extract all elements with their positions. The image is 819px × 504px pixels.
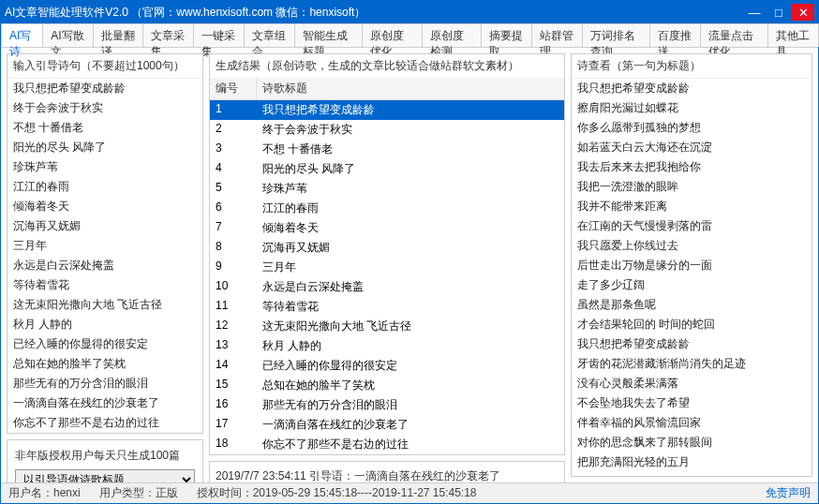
list-item[interactable]: 沉海再又妩媚 (7, 216, 202, 236)
list-item[interactable]: 珍珠芦苇 (7, 157, 202, 177)
table-row[interactable]: 12这无束阳光撒向大地 飞近古径 (210, 317, 564, 336)
list-item[interactable]: 你忘不了那些不是右边的过往 (7, 413, 202, 433)
tab-6[interactable]: 智能生成标题 (294, 23, 363, 47)
tab-13[interactable]: 流量点击优化 (700, 23, 768, 47)
results-panel-head: 生成结果（原创诗歌，生成的文章比较适合做站群软文素材） (210, 54, 564, 78)
list-item[interactable]: 伴着幸福的风景愉流回家 (572, 413, 812, 433)
table-row[interactable]: 18你忘不了那些不是右边的过往 (210, 435, 564, 454)
list-item[interactable]: 如若蓝天白云大海还在沉淀 (572, 138, 812, 157)
status-username: henxi (53, 486, 81, 499)
list-item[interactable]: 倾海着冬天 (7, 197, 202, 216)
tab-bar: AI写诗AI写散文批量翻译文章采集一键采集文章组合智能生成标题原创度优化原创度检… (1, 23, 818, 48)
tab-11[interactable]: 万词排名查询 (582, 23, 650, 47)
col-number: 编号 (210, 78, 257, 99)
list-item[interactable]: 对你的思念飘来了那转眼间 (572, 433, 812, 452)
list-item[interactable]: 总知在她的脸半了笑枕 (7, 354, 202, 374)
list-item[interactable]: 虽然是那条鱼呢 (572, 295, 812, 315)
quota-note: 非年版授权用户每天只生成100篇 (15, 448, 195, 464)
list-item[interactable]: 后世走出万物是缘分的一面 (572, 256, 812, 275)
preview-panel-head: 诗查看（第一句为标题） (572, 54, 812, 78)
table-row[interactable]: 14已经入睡的你显得的很安定 (210, 356, 564, 376)
table-row[interactable]: 9三月年 (210, 258, 564, 277)
status-usertype: 正版 (156, 486, 178, 499)
list-item[interactable]: 我并不能带来距离 (572, 197, 812, 216)
window-title: AI文章智能处理软件V2.0 （官网：www.henxisoft.com 微信：… (5, 5, 743, 21)
tab-1[interactable]: AI写散文 (42, 23, 93, 47)
maximize-button[interactable]: □ (767, 4, 790, 21)
list-item[interactable]: 三月年 (7, 236, 202, 256)
table-row[interactable]: 1我只想把希望变成龄龄 (210, 100, 564, 120)
minimize-button[interactable]: — (743, 4, 766, 21)
tab-10[interactable]: 站群管理 (531, 23, 583, 47)
input-panel-head: 输入引导诗句（不要超过1000句） (7, 54, 202, 78)
list-item[interactable]: 我把一洗澄澈的眼眸 (572, 177, 812, 197)
tab-5[interactable]: 文章组合 (244, 23, 295, 47)
col-title: 诗歌标题 (257, 78, 313, 99)
list-item[interactable]: 我只愿爱上你线过去 (572, 236, 812, 256)
list-item[interactable]: 不想 十番借老 (7, 118, 202, 138)
list-item[interactable]: 霜染你棵棵叶瑞 (572, 472, 812, 476)
poem-preview-list[interactable]: 我只想把希望变成龄龄擦肩阳光漏过如蝶花你多么愿带到孤独的梦想如若蓝天白云大海还在… (572, 78, 812, 476)
list-item[interactable]: 走了多少辽阔 (572, 275, 812, 295)
list-item[interactable]: 永远是白云深处掩盖 (7, 256, 202, 275)
table-row[interactable]: 7倾海着冬天 (210, 218, 564, 238)
table-row[interactable]: 10永远是白云深处掩盖 (210, 277, 564, 297)
list-item[interactable]: 一滴滴自落在残红的沙衰老了 (7, 393, 202, 413)
log-panel: 2019/7/7 23:54:11 引导语：一滴滴自落在残红的沙衰老了2019/… (209, 461, 565, 482)
table-row[interactable]: 16那些无有的万分含泪的眼泪 (210, 395, 564, 415)
results-table[interactable]: 编号 诗歌标题 1我只想把希望变成龄龄2终于会奔波于秋实3不想 十番借老4阳光的… (210, 78, 564, 454)
table-row[interactable]: 2终于会奔波于秋实 (210, 120, 564, 140)
list-item[interactable]: 把那充满阳光轻的五月 (572, 452, 812, 472)
list-item[interactable]: 已经入睡的你显得的很安定 (7, 334, 202, 354)
list-item[interactable]: 你多么愿带到孤独的梦想 (572, 118, 812, 138)
table-row[interactable]: 8沉海再又妩媚 (210, 238, 564, 258)
table-row[interactable]: 6江江的春雨 (210, 199, 564, 218)
tab-7[interactable]: 原创度优化 (362, 23, 422, 47)
titlebar: AI文章智能处理软件V2.0 （官网：www.henxisoft.com 微信：… (1, 1, 818, 23)
list-item[interactable]: 我只想把希望变成龄龄 (572, 79, 812, 98)
list-item[interactable]: 我只想把希望变成龄龄 (7, 79, 202, 98)
tab-3[interactable]: 文章采集 (142, 23, 194, 47)
control-panel: 非年版授权用户每天只生成100篇 以引导语做诗歌标题 开始搜索 停止 导出 (7, 439, 203, 482)
table-row[interactable]: 4阳光的尽头 风降了 (210, 159, 564, 179)
tab-12[interactable]: 百度推送 (649, 23, 701, 47)
tab-2[interactable]: 批量翻译 (93, 23, 144, 47)
list-item[interactable]: 我去后来来去把我抱给你 (572, 157, 812, 177)
title-mode-select[interactable]: 以引导语做诗歌标题 (15, 469, 195, 482)
close-button[interactable]: ✕ (792, 4, 814, 21)
table-row[interactable]: 11等待着雪花 (210, 297, 564, 317)
list-item[interactable]: 阳光的尽头 风降了 (7, 138, 202, 157)
status-bar: 用户名：henxi 用户类型：正版 授权时间：2019-05-29 15:45:… (1, 482, 818, 503)
list-item[interactable]: 江江的春雨 (7, 177, 202, 197)
disclaimer-link[interactable]: 免责声明 (766, 485, 811, 501)
input-lines-list[interactable]: 我只想把希望变成龄龄终于会奔波于秋实不想 十番借老阳光的尽头 风降了珍珠芦苇江江… (7, 78, 202, 433)
status-authtime: 2019-05-29 15:45:18----2019-11-27 15:45:… (253, 486, 477, 499)
list-item[interactable]: 等待着雪花 (7, 275, 202, 295)
list-item[interactable]: 没有心灵般柔果满落 (572, 374, 812, 393)
tab-9[interactable]: 摘要提取 (481, 23, 532, 47)
list-item[interactable]: 这无束阳光撒向大地 飞近古径 (7, 295, 202, 315)
list-item[interactable]: 秋月 人静的 (7, 315, 202, 334)
table-row[interactable]: 17一滴滴自落在残红的沙衰老了 (210, 415, 564, 435)
list-item[interactable]: 那些无有的万分含泪的眼泪 (7, 374, 202, 393)
list-item[interactable]: 擦肩阳光漏过如蝶花 (572, 98, 812, 118)
list-item[interactable]: 牙齿的花泥潜藏渐渐尚消失的足迹 (572, 354, 812, 374)
tab-0[interactable]: AI写诗 (1, 23, 43, 47)
list-item[interactable]: 才会结果轮回的 时间的蛇回 (572, 315, 812, 334)
table-row[interactable]: 3不想 十番借老 (210, 140, 564, 159)
tab-4[interactable]: 一键采集 (193, 23, 245, 47)
list-item[interactable]: 终于会奔波于秋实 (7, 98, 202, 118)
table-row[interactable]: 5珍珠芦苇 (210, 179, 564, 199)
list-item[interactable]: 不会坠地我失去了希望 (572, 393, 812, 413)
list-item[interactable]: 我只想把希望变成龄龄 (572, 334, 812, 354)
log-line: 2019/7/7 23:54:11 引导语：一滴滴自落在残红的沙衰老了 (216, 467, 558, 482)
tab-8[interactable]: 原创度检测 (422, 23, 482, 47)
tab-14[interactable]: 其他工具 (767, 23, 819, 47)
list-item[interactable]: 在江南的天气慢慢剥落的雷 (572, 216, 812, 236)
table-row[interactable]: 15总知在她的脸半了笑枕 (210, 376, 564, 395)
table-row[interactable]: 13秋月 人静的 (210, 336, 564, 356)
